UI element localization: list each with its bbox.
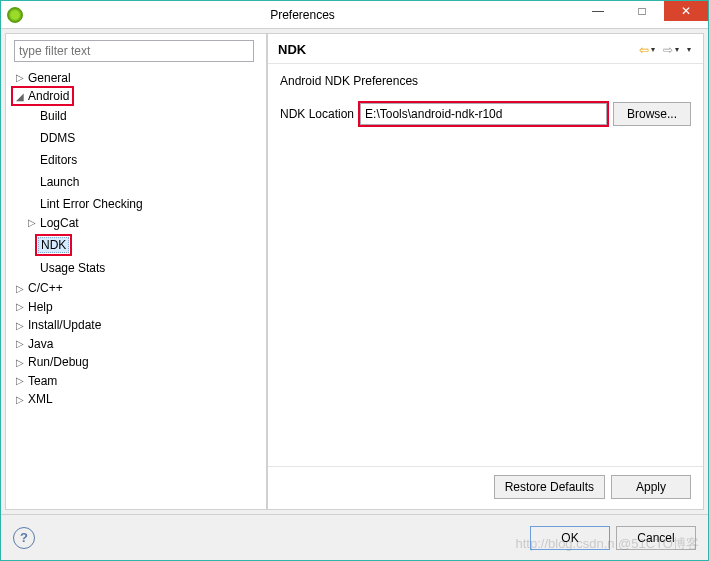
chevron-right-icon: ▷	[26, 217, 38, 228]
tree-item-run-debug[interactable]: ▷Run/Debug	[14, 355, 91, 369]
chevron-right-icon: ▷	[14, 357, 26, 368]
header-tools: ⇦▾ ⇨▾ ▾	[637, 43, 693, 57]
tree-item-help[interactable]: ▷Help	[14, 300, 55, 314]
ok-button[interactable]: OK	[530, 526, 610, 550]
chevron-down-icon: ▾	[651, 45, 655, 54]
preference-tree[interactable]: ▷General ◢Android Build DDMS Editors Lau…	[6, 68, 266, 509]
dialog-buttons-bar: ? OK Cancel	[1, 514, 708, 560]
tree-item-general[interactable]: ▷General	[14, 71, 73, 85]
chevron-right-icon: ▷	[14, 301, 26, 312]
tree-item-launch[interactable]: Launch	[26, 175, 81, 189]
chevron-right-icon: ▷	[14, 72, 26, 83]
tree-item-lint[interactable]: Lint Error Checking	[26, 197, 145, 211]
nav-forward-button[interactable]: ⇨▾	[661, 43, 681, 57]
filter-input[interactable]	[14, 40, 254, 62]
page-subtitle: Android NDK Preferences	[280, 74, 691, 88]
tree-item-usage-stats[interactable]: Usage Stats	[26, 261, 107, 275]
maximize-button[interactable]: □	[620, 1, 664, 21]
chevron-right-icon: ▷	[14, 283, 26, 294]
tree-item-ccpp[interactable]: ▷C/C++	[14, 281, 65, 295]
chevron-down-icon: ▾	[687, 45, 691, 54]
window-buttons: — □ ✕	[576, 1, 708, 28]
preferences-window: Preferences — □ ✕ ▷General ◢Android Buil…	[0, 0, 709, 561]
nav-back-button[interactable]: ⇦▾	[637, 43, 657, 57]
ndk-location-label: NDK Location	[280, 107, 354, 121]
tree-item-logcat[interactable]: ▷LogCat	[26, 216, 81, 230]
chevron-right-icon: ▷	[14, 394, 26, 405]
chevron-down-icon: ▾	[675, 45, 679, 54]
page-title: NDK	[278, 42, 637, 57]
tree-panel: ▷General ◢Android Build DDMS Editors Lau…	[5, 33, 267, 510]
content-row: ▷General ◢Android Build DDMS Editors Lau…	[1, 29, 708, 514]
page-panel: NDK ⇦▾ ⇨▾ ▾ Android NDK Preferences NDK …	[267, 33, 704, 510]
browse-button[interactable]: Browse...	[613, 102, 691, 126]
window-title: Preferences	[29, 8, 576, 22]
chevron-right-icon: ▷	[14, 320, 26, 331]
maximize-icon: □	[638, 4, 645, 18]
apply-button[interactable]: Apply	[611, 475, 691, 499]
titlebar: Preferences — □ ✕	[1, 1, 708, 29]
chevron-down-icon: ◢	[14, 91, 26, 102]
chevron-right-icon: ▷	[14, 375, 26, 386]
tree-item-xml[interactable]: ▷XML	[14, 392, 55, 406]
arrow-forward-icon: ⇨	[663, 43, 673, 57]
help-icon[interactable]: ?	[13, 527, 35, 549]
cancel-button[interactable]: Cancel	[616, 526, 696, 550]
tree-item-team[interactable]: ▷Team	[14, 374, 59, 388]
tree-item-android[interactable]: ◢Android	[14, 89, 71, 103]
close-button[interactable]: ✕	[664, 1, 708, 21]
tree-item-ddms[interactable]: DDMS	[26, 131, 77, 145]
tree-item-install-update[interactable]: ▷Install/Update	[14, 318, 103, 332]
arrow-back-icon: ⇦	[639, 43, 649, 57]
ndk-location-row: NDK Location Browse...	[280, 102, 691, 126]
page-body: Android NDK Preferences NDK Location Bro…	[268, 64, 703, 466]
tree-item-ndk[interactable]: NDK	[26, 237, 69, 253]
ndk-location-input[interactable]	[360, 103, 607, 125]
close-icon: ✕	[681, 4, 691, 18]
page-footer: Restore Defaults Apply	[268, 466, 703, 509]
chevron-right-icon: ▷	[14, 338, 26, 349]
app-icon	[7, 7, 23, 23]
tree-item-build[interactable]: Build	[26, 109, 69, 123]
tree-item-editors[interactable]: Editors	[26, 153, 79, 167]
page-menu-button[interactable]: ▾	[685, 45, 693, 54]
restore-defaults-button[interactable]: Restore Defaults	[494, 475, 605, 499]
minimize-button[interactable]: —	[576, 1, 620, 21]
page-header: NDK ⇦▾ ⇨▾ ▾	[268, 34, 703, 64]
minimize-icon: —	[592, 4, 604, 18]
tree-item-java[interactable]: ▷Java	[14, 337, 55, 351]
